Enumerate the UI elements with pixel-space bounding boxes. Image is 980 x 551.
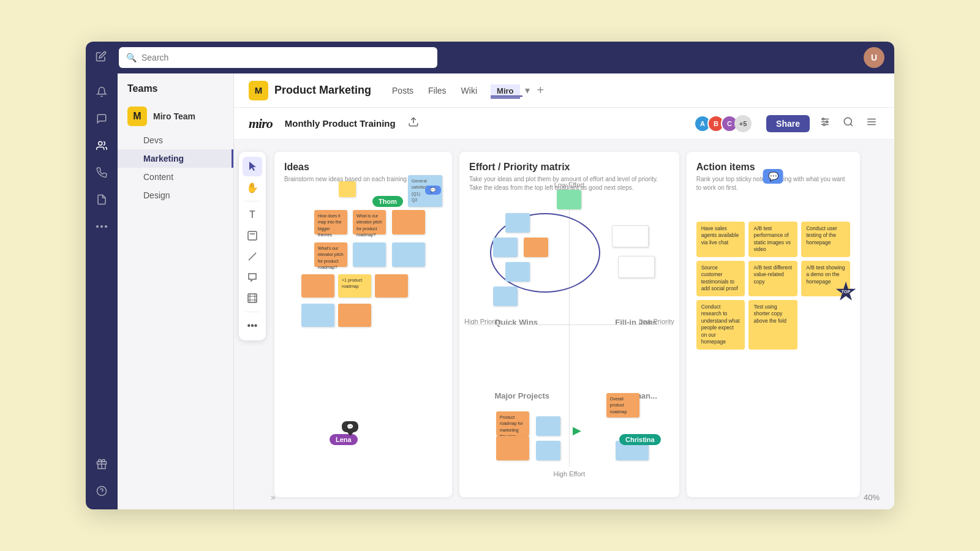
tab-wiki[interactable]: Wiki [455,83,483,98]
sticky-note[interactable] [353,242,386,267]
svg-point-12 [823,118,824,120]
matrix-hline [467,324,672,325]
sticky-note[interactable] [524,238,548,257]
sidebar-bell-icon[interactable] [91,81,113,103]
sticky-note[interactable] [496,436,529,460]
sidebar-more-icon[interactable] [91,216,113,238]
sticky-note[interactable] [612,225,649,247]
sidebar-phone-icon[interactable] [91,162,113,184]
tab-files[interactable]: Files [422,83,453,98]
edit-icon[interactable] [96,51,107,65]
sticky-note[interactable]: Overallproductroadmap [606,393,639,418]
board-canvas[interactable]: ✋ T ••• [234,140,894,509]
content-nav-tabs: Posts Files Wiki [386,83,483,98]
miro-logo: miro [249,116,273,132]
sticky-note[interactable] [392,242,425,267]
sticky-note[interactable] [375,274,408,298]
team-item-miro[interactable]: M Miro Team [118,102,233,131]
search-bar[interactable]: 🔍 [119,47,437,68]
sticky-note[interactable] [505,213,530,233]
sidebar-item-design[interactable]: Design [118,186,233,204]
sidebar-item-devs[interactable]: Devs [118,131,233,149]
action-cards-grid: Have sales agents available via live cha… [696,222,850,350]
sidebar-item-marketing[interactable]: Marketing [118,149,233,168]
sticky-note[interactable] [392,210,425,234]
sticky-note[interactable] [493,238,518,257]
search-board-icon[interactable] [840,114,856,133]
action-card-8[interactable]: Test using shorter copy above the fold [748,300,797,350]
sidebar-document-icon[interactable] [91,189,113,211]
quick-wins-label: Quick Wins [494,318,538,327]
sticky-note[interactable] [557,190,581,209]
tool-sticky[interactable] [243,226,262,246]
cursor-arrow-1: ▶ [573,424,581,437]
fill-in-jobs-label: Fill-in Jobs [615,318,657,327]
expand-arrows[interactable]: » [271,492,276,502]
tool-line[interactable] [243,247,262,266]
tool-text[interactable]: T [243,205,262,225]
sticky-note[interactable]: +1 productroadmap [338,274,371,298]
sticky-note[interactable] [536,416,560,436]
tool-comment[interactable] [243,268,262,287]
content-header: M Product Marketing Posts Files Wiki Mir… [234,73,894,108]
extra-avatars-count: +5 [734,115,752,132]
action-card-6[interactable]: A/B test showing a demo on the homepage … [801,261,850,296]
tool-more[interactable]: ••• [243,316,262,335]
svg-point-14 [823,124,825,126]
action-card-4[interactable]: Source customer testimonials to add soci… [696,261,745,296]
tool-hand[interactable]: ✋ [243,178,262,197]
svg-point-2 [100,225,103,228]
ideas-title: Ideas [284,162,442,173]
action-card-2[interactable]: A/B test performance of static images vs… [748,222,797,257]
share-button[interactable]: Share [766,115,810,132]
nav-panel-title: Teams [118,83,233,102]
board-sections: Ideas Brainstorm new ideas based on each… [234,140,894,509]
nav-panel: Teams M Miro Team Devs Marketing Content… [118,73,234,509]
sticky-note[interactable]: Productroadmap formarketingthis plan [496,411,529,436]
user-avatar[interactable]: U [864,47,884,68]
sticky-note[interactable] [536,441,560,460]
tab-chevron-button[interactable]: ▾ [522,83,532,97]
cursor-thom: Thom [372,196,403,207]
sticky-note[interactable]: How does itmap into thebigger themes [314,210,347,234]
team-name: Miro Team [153,111,195,121]
action-card-7[interactable]: Conduct research to understand what peop… [696,300,745,350]
svg-point-3 [105,225,107,228]
board-menu-icon[interactable] [864,114,880,133]
svg-point-15 [844,118,851,125]
sticky-note[interactable] [301,304,334,327]
sidebar-item-content[interactable]: Content [118,168,233,186]
action-chat-icon: 💬 [763,169,783,184]
tab-posts[interactable]: Posts [386,83,420,98]
svg-point-0 [99,141,102,145]
upload-icon[interactable] [408,116,419,130]
sticky-note[interactable] [301,274,334,298]
action-card-5[interactable]: A/B test different value-related copy [748,261,797,296]
sticky-note[interactable] [618,256,655,278]
sidebar-users-icon[interactable] [91,135,113,157]
settings-icon[interactable] [817,114,833,133]
tab-miro-wrap: Miro [491,85,522,96]
search-icon: 🔍 [126,53,137,62]
search-input[interactable] [141,53,430,62]
add-tab-button[interactable]: + [532,82,549,99]
action-card-3[interactable]: Conduct user testing of the homepage [801,222,850,257]
icon-sidebar [86,73,118,509]
sidebar-chat-icon[interactable] [91,108,113,130]
topbar: 🔍 U [86,42,894,73]
tool-select[interactable] [243,157,262,176]
sticky-note[interactable] [338,304,371,327]
board-title: Product Marketing [274,84,371,97]
cursor-lena: Lena [330,434,358,445]
svg-rect-20 [248,231,257,240]
sidebar-gift-icon[interactable] [91,453,113,475]
sidebar-help-icon[interactable] [91,480,113,502]
sticky-note[interactable]: What is ourelevator pitchfor productroad… [353,210,386,234]
sticky-note[interactable] [505,262,530,282]
svg-line-22 [249,253,256,260]
tool-frame[interactable] [243,288,262,308]
sticky-note[interactable] [339,181,356,197]
sticky-note[interactable]: What's ourelevator pitchfor productroadm… [314,242,347,267]
action-card-1[interactable]: Have sales agents available via live cha… [696,222,745,257]
sticky-note[interactable] [493,287,518,306]
